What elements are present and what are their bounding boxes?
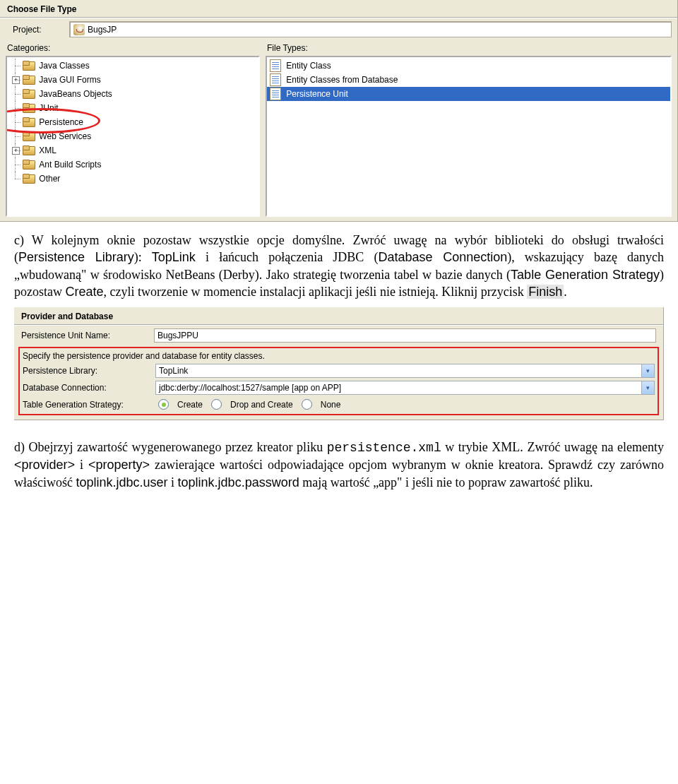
- filetypes-label: File Types:: [266, 40, 672, 56]
- persistence-library-combo[interactable]: TopLink ▾: [155, 364, 655, 378]
- category-item[interactable]: XML: [39, 145, 56, 155]
- category-item[interactable]: Java Classes: [39, 61, 89, 71]
- folder-icon: [23, 131, 34, 141]
- project-label: Project:: [6, 25, 69, 35]
- category-item[interactable]: Java GUI Forms: [39, 75, 100, 85]
- folder-icon: [23, 174, 34, 184]
- folder-icon: [23, 75, 34, 85]
- file-type-item[interactable]: Entity Classes from Database: [286, 75, 398, 85]
- chevron-down-icon[interactable]: ▾: [641, 364, 654, 377]
- chevron-down-icon[interactable]: ▾: [641, 381, 654, 394]
- categories-label: Categories:: [6, 40, 260, 56]
- java-cup-icon: [73, 24, 85, 35]
- pu-name-input[interactable]: BugsJPPU: [154, 328, 656, 343]
- file-type-item[interactable]: Persistence Unit: [286, 89, 347, 99]
- specify-text: Specify the persistence provider and dat…: [23, 351, 265, 361]
- folder-icon: [23, 61, 34, 71]
- category-item[interactable]: JUnit: [39, 103, 58, 113]
- radio-drop-create[interactable]: [211, 399, 222, 410]
- folder-icon: [23, 145, 34, 155]
- provider-database-panel: Provider and Database Persistence Unit N…: [14, 307, 664, 420]
- file-icon: [270, 73, 281, 86]
- choose-file-type-panel: Choose File Type Project: BugsJP Categor…: [0, 0, 678, 222]
- category-item[interactable]: Web Services: [39, 131, 91, 141]
- pl-label: Persistence Library:: [23, 366, 150, 376]
- finish-button-ref: Finish: [527, 285, 564, 299]
- plus-icon[interactable]: +: [12, 76, 20, 84]
- file-icon: [270, 59, 281, 72]
- pu-name-label: Persistence Unit Name:: [21, 331, 148, 340]
- category-item[interactable]: Other: [39, 174, 60, 184]
- wizard-title: Choose File Type: [0, 0, 677, 18]
- paragraph-c: c) W kolejnym oknie pozostaw wszystkie o…: [0, 222, 678, 300]
- radio-none[interactable]: [302, 399, 312, 410]
- project-value: BugsJP: [88, 25, 117, 35]
- radio-create[interactable]: [158, 399, 169, 410]
- folder-icon: [23, 103, 34, 113]
- project-combo[interactable]: BugsJP: [69, 21, 672, 37]
- plus-icon[interactable]: +: [12, 147, 20, 155]
- paragraph-d: d) Obejrzyj zawartość wygenerowanego prz…: [0, 420, 678, 491]
- wizard2-title: Provider and Database: [14, 307, 663, 326]
- filetypes-list[interactable]: Entity Class Entity Classes from Databas…: [266, 56, 672, 217]
- file-icon: [270, 88, 281, 100]
- tgs-label: Table Generation Strategy:: [23, 400, 150, 410]
- annotation-red-box: Specify the persistence provider and dat…: [18, 347, 659, 415]
- folder-icon: [23, 89, 34, 99]
- category-item[interactable]: Persistence: [39, 117, 83, 127]
- categories-list[interactable]: Java Classes + Java GUI Forms JavaBeans …: [6, 56, 260, 217]
- folder-icon: [23, 160, 34, 170]
- database-connection-combo[interactable]: jdbc:derby://localhost:1527/sample [app …: [155, 381, 655, 395]
- folder-icon: [23, 117, 34, 127]
- category-item[interactable]: Ant Build Scripts: [39, 160, 101, 170]
- category-item[interactable]: JavaBeans Objects: [39, 89, 112, 99]
- file-type-item[interactable]: Entity Class: [286, 61, 331, 71]
- dc-label: Database Connection:: [23, 383, 150, 393]
